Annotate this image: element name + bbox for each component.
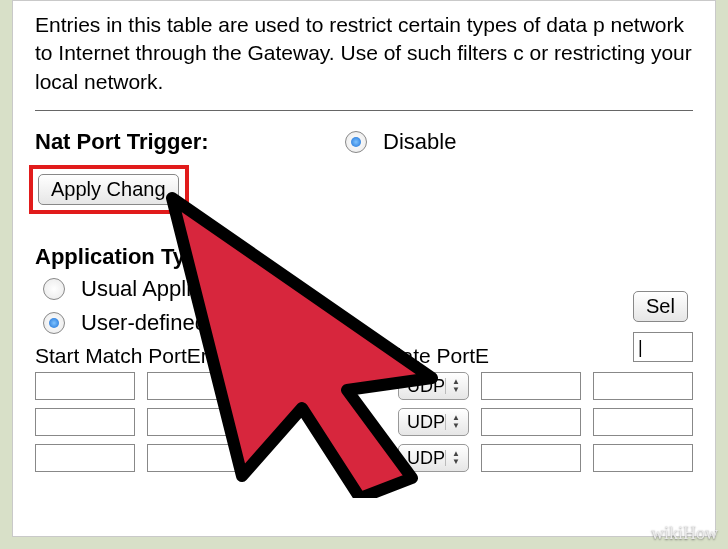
right-column: Sel xyxy=(633,291,693,362)
usual-application-label: Usual Applicatio xyxy=(81,276,238,302)
protocol-value: UDP xyxy=(407,448,445,469)
table-row: UDP ▲ ▼ xyxy=(35,372,693,400)
settings-panel: Entries in this table are used to restri… xyxy=(12,0,716,537)
port-table: UDP ▲ ▼ UDP ▲ ▼ xyxy=(35,372,693,472)
end-match-port-input[interactable] xyxy=(147,444,247,472)
protocol-select[interactable]: UDP ▲ ▼ xyxy=(398,372,469,400)
user-defined-row: User-defined Appli xyxy=(43,310,693,336)
start-match-port-input[interactable] xyxy=(35,408,135,436)
start-match-port-input[interactable] xyxy=(35,444,135,472)
protocol-value: UDP xyxy=(407,376,445,397)
end-match-port-input[interactable] xyxy=(147,408,247,436)
user-defined-label: User-defined Appli xyxy=(81,310,261,336)
disable-radio-label: Disable xyxy=(383,129,456,155)
end-relate-port-input[interactable] xyxy=(593,372,693,400)
start-relate-port-input[interactable] xyxy=(481,444,581,472)
user-defined-radio[interactable] xyxy=(43,312,65,334)
disable-radio-group: Disable xyxy=(345,129,456,155)
protocol-select[interactable]: UDP ▲ ▼ xyxy=(398,408,469,436)
description-text: Entries in this table are used to restri… xyxy=(35,11,693,96)
nat-port-trigger-label: Nat Port Trigger: xyxy=(35,129,345,155)
port-table-header: Start Match PortEnd Match colStart Relat… xyxy=(35,344,693,368)
apply-changes-highlight: Apply Chang xyxy=(29,165,189,214)
select-arrows-icon: ▲ ▼ xyxy=(445,414,460,430)
usual-application-row: Usual Applicatio xyxy=(43,276,693,302)
protocol-select[interactable]: UDP ▲ ▼ xyxy=(398,444,469,472)
start-relate-port-input[interactable] xyxy=(481,408,581,436)
apply-changes-button[interactable]: Apply Chang xyxy=(38,174,179,205)
nat-port-trigger-row: Nat Port Trigger: Disable xyxy=(35,129,693,155)
end-relate-port-input[interactable] xyxy=(593,408,693,436)
table-row: UDP ▲ ▼ xyxy=(35,444,693,472)
select-button[interactable]: Sel xyxy=(633,291,688,322)
select-arrows-icon: ▲ ▼ xyxy=(445,378,460,394)
usual-application-radio[interactable] xyxy=(43,278,65,300)
watermark: wikiHow xyxy=(645,522,724,545)
protocol-value: UDP xyxy=(407,412,445,433)
table-row: UDP ▲ ▼ xyxy=(35,408,693,436)
start-relate-port-input[interactable] xyxy=(481,372,581,400)
application-type-heading: Application Type xyxy=(35,244,693,270)
end-relate-port-input[interactable] xyxy=(593,444,693,472)
divider xyxy=(35,110,693,111)
start-match-port-input[interactable] xyxy=(35,372,135,400)
user-defined-input[interactable] xyxy=(633,332,693,362)
select-arrows-icon: ▲ ▼ xyxy=(445,450,460,466)
end-match-port-input[interactable] xyxy=(147,372,247,400)
disable-radio[interactable] xyxy=(345,131,367,153)
